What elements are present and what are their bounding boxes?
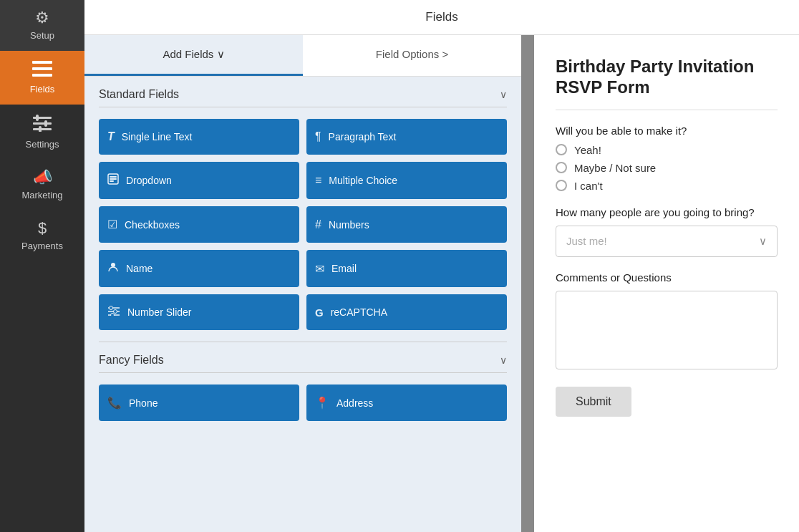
fields-panel: Add Fields ∨ Field Options > Standard Fi… (84, 35, 521, 532)
submit-button[interactable]: Submit (556, 387, 631, 417)
fancy-fields-chevron[interactable]: ∨ (500, 354, 507, 366)
main-area: Fields Add Fields ∨ Field Options > Stan… (84, 0, 799, 532)
field-btn-address[interactable]: 📍 Address (306, 385, 507, 421)
svg-point-13 (111, 263, 115, 267)
sidebar-item-setup[interactable]: ⚙ Setup (0, 0, 84, 51)
fields-scroll[interactable]: Standard Fields ∨ T Single Line Text ¶ P… (84, 77, 521, 532)
field-btn-multiple-choice[interactable]: ≡ Multiple Choice (306, 162, 507, 199)
svg-rect-7 (44, 120, 47, 127)
sidebar-label-fields: Fields (30, 84, 55, 95)
header-title: Fields (425, 10, 457, 24)
svg-rect-0 (32, 61, 52, 64)
comments-textarea[interactable] (556, 291, 778, 369)
single-line-text-icon: T (107, 130, 115, 143)
field-btn-numbers[interactable]: # Numbers (306, 206, 507, 243)
radio-label-yeah: Yeah! (574, 144, 601, 156)
dropdown-icon (107, 173, 119, 188)
svg-point-18 (114, 310, 117, 314)
field-btn-paragraph-text[interactable]: ¶ Paragraph Text (306, 119, 507, 155)
radio-circle-cant[interactable] (556, 180, 567, 191)
radio-item-cant[interactable]: I can't (556, 180, 778, 192)
svg-rect-10 (110, 176, 117, 178)
field-btn-dropdown[interactable]: Dropdown (99, 162, 299, 199)
dropdown-chevron: ∨ (759, 235, 767, 248)
sidebar-label-payments: Payments (21, 241, 63, 251)
form-preview: Birthday Party Invitation RSVP Form Will… (534, 35, 799, 532)
checkboxes-icon: ☑ (107, 218, 117, 231)
svg-point-19 (111, 314, 115, 316)
content-row: Add Fields ∨ Field Options > Standard Fi… (84, 35, 799, 532)
dropdown-placeholder: Just me! (566, 235, 607, 247)
sidebar-label-settings: Settings (26, 139, 59, 150)
multiple-choice-icon: ≡ (315, 174, 321, 187)
svg-rect-2 (32, 74, 52, 77)
marketing-icon: 📣 (33, 170, 52, 185)
tab-field-options[interactable]: Field Options > (303, 35, 521, 76)
page-header: Fields (84, 0, 799, 35)
number-slider-icon (107, 306, 120, 319)
question3-label: Comments or Questions (556, 271, 778, 284)
radio-circle-yeah[interactable] (556, 144, 567, 155)
question1-label: Will you be able to make it? (556, 125, 778, 137)
radio-item-maybe[interactable]: Maybe / Not sure (556, 162, 778, 174)
svg-rect-8 (39, 126, 42, 132)
settings-icon (33, 115, 52, 135)
standard-fields-chevron[interactable]: ∨ (500, 89, 507, 100)
sidebar-item-fields[interactable]: Fields (0, 51, 84, 105)
numbers-icon: # (315, 218, 321, 231)
form-title: Birthday Party Invitation RSVP Form (556, 57, 778, 98)
form-divider (556, 110, 778, 110)
sidebar-item-settings[interactable]: Settings (0, 105, 84, 160)
sidebar-label-marketing: Marketing (21, 190, 62, 200)
field-btn-recaptcha[interactable]: G reCAPTCHA (306, 294, 507, 330)
question2-label: How many people are you going to bring? (556, 206, 778, 218)
fancy-fields-label: Fancy Fields (99, 354, 164, 367)
svg-rect-12 (110, 180, 114, 182)
setup-icon: ⚙ (35, 10, 49, 26)
recaptcha-icon: G (315, 306, 324, 319)
field-btn-phone[interactable]: 📞 Phone (99, 385, 299, 421)
address-icon: 📍 (315, 396, 329, 410)
radio-circle-maybe[interactable] (556, 162, 567, 173)
dropdown-bring[interactable]: Just me! ∨ (556, 226, 778, 257)
payments-icon: $ (38, 221, 47, 236)
field-btn-name[interactable]: Name (99, 250, 299, 287)
fancy-fields-header: Fancy Fields ∨ (99, 354, 507, 373)
svg-rect-6 (36, 115, 39, 121)
svg-rect-11 (110, 178, 117, 180)
radio-item-yeah[interactable]: Yeah! (556, 144, 778, 156)
radio-label-cant: I can't (574, 180, 603, 192)
radio-group-attendance: Yeah! Maybe / Not sure I can't (556, 144, 778, 192)
radio-label-maybe: Maybe / Not sure (574, 162, 656, 174)
sidebar-label-setup: Setup (30, 30, 54, 41)
svg-rect-1 (32, 67, 52, 70)
fancy-fields-grid: 📞 Phone 📍 Address (99, 385, 507, 421)
tab-add-fields[interactable]: Add Fields ∨ (84, 35, 303, 76)
field-btn-checkboxes[interactable]: ☑ Checkboxes (99, 206, 299, 243)
standard-fields-header: Standard Fields ∨ (99, 88, 507, 107)
fields-icon (32, 61, 52, 79)
field-btn-single-line-text[interactable]: T Single Line Text (99, 119, 299, 155)
paragraph-text-icon: ¶ (315, 130, 321, 143)
standard-fields-grid: T Single Line Text ¶ Paragraph Text Drop… (99, 119, 507, 330)
name-icon (107, 261, 119, 276)
panel-scrollbar[interactable] (521, 35, 534, 532)
svg-rect-4 (33, 122, 52, 125)
svg-point-17 (110, 306, 113, 310)
sidebar-item-marketing[interactable]: 📣 Marketing (0, 160, 84, 211)
email-icon: ✉ (315, 262, 324, 276)
field-btn-number-slider[interactable]: Number Slider (99, 294, 299, 330)
standard-fields-label: Standard Fields (99, 88, 179, 101)
sidebar: ⚙ Setup Fields Settings 📣 Market (0, 0, 84, 532)
phone-icon: 📞 (107, 396, 122, 410)
field-btn-email[interactable]: ✉ Email (306, 250, 507, 287)
sidebar-item-payments[interactable]: $ Payments (0, 211, 84, 261)
svg-rect-5 (33, 128, 52, 130)
tab-bar: Add Fields ∨ Field Options > (84, 35, 521, 77)
svg-rect-3 (33, 117, 52, 119)
